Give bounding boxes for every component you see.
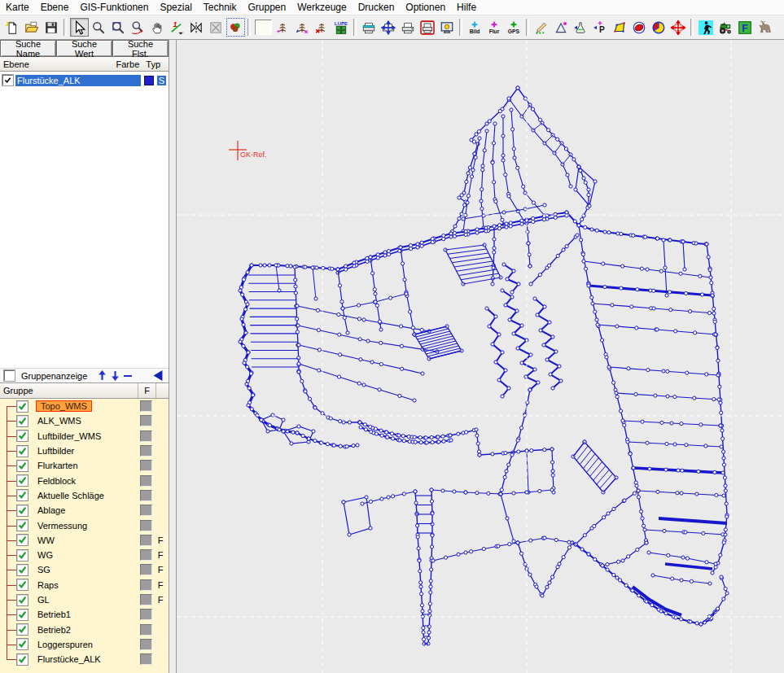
panel-splitter[interactable] — [169, 40, 177, 673]
group-checkbox[interactable] — [16, 460, 28, 472]
group-row-topo-wms[interactable]: Topo_WMS — [0, 399, 169, 413]
group-color-swatch[interactable] — [140, 415, 152, 426]
blank-swatch-button[interactable] — [254, 18, 273, 37]
layer-list[interactable]: Flurstücke_ALK S — [0, 72, 169, 368]
group-label[interactable]: Feldblock — [36, 476, 77, 486]
group-checkbox[interactable] — [16, 653, 28, 666]
group-label[interactable]: Topo_WMS — [36, 400, 92, 412]
menu-spezial[interactable]: Spezial — [154, 1, 197, 14]
group-label[interactable]: Luftbilder_WMS — [36, 431, 103, 441]
measure-button[interactable]: 1 — [168, 18, 186, 37]
group-label[interactable]: Betrieb2 — [36, 625, 72, 635]
gruppenanzeige-checkbox[interactable] — [4, 370, 15, 381]
print-move-button[interactable] — [379, 18, 398, 37]
print-roller-button[interactable] — [360, 18, 379, 37]
group-color-swatch[interactable] — [140, 490, 152, 501]
open-folder-button[interactable] — [23, 18, 42, 37]
flur-add-button[interactable]: Flur — [485, 18, 504, 37]
group-row-gl[interactable]: GLF — [0, 592, 169, 607]
group-checkbox[interactable] — [16, 564, 28, 576]
group-label[interactable]: Vermessung — [36, 521, 89, 531]
print-frame-button[interactable] — [418, 18, 437, 37]
save-button[interactable] — [42, 18, 61, 37]
menu-optionen[interactable]: Optionen — [400, 1, 451, 14]
pan-hand-button[interactable] — [148, 18, 167, 37]
circle-pie-button[interactable] — [650, 18, 668, 37]
flask-button[interactable] — [572, 18, 590, 37]
group-label[interactable]: Aktuelle Schläge — [36, 491, 106, 500]
menu-technik[interactable]: Technik — [198, 1, 243, 14]
group-row-luftbilder-wms[interactable]: Luftbilder_WMS — [0, 429, 169, 444]
group-color-swatch[interactable] — [140, 475, 152, 487]
tab-suche-name[interactable]: Suche Name — [0, 40, 56, 57]
group-color-swatch[interactable] — [140, 520, 152, 531]
group-color-swatch[interactable] — [140, 639, 152, 650]
pylon-add-button[interactable] — [274, 18, 292, 37]
mirror-button[interactable] — [187, 18, 206, 37]
group-checkbox[interactable] — [16, 474, 28, 487]
group-label[interactable]: Ablage — [36, 505, 67, 515]
group-label[interactable]: Raps — [36, 580, 60, 590]
gps-add-button[interactable]: GPS — [505, 18, 523, 37]
group-row-vermessung[interactable]: Vermessung — [0, 518, 169, 532]
polygon-point-button[interactable] — [552, 18, 571, 37]
collapse-panel-button[interactable] — [151, 369, 164, 382]
layer-checkbox[interactable] — [2, 75, 13, 85]
group-color-swatch[interactable] — [140, 535, 152, 546]
tab-suche-wert[interactable]: Suche Wert — [56, 40, 112, 57]
group-color-swatch[interactable] — [140, 594, 152, 605]
menu-gruppen[interactable]: Gruppen — [242, 1, 291, 14]
group-color-swatch[interactable] — [140, 445, 152, 457]
group-checkbox[interactable] — [16, 594, 28, 606]
grid-red-button[interactable] — [669, 18, 688, 37]
group-label[interactable]: WG — [36, 550, 55, 560]
tractor-button[interactable] — [716, 18, 735, 37]
group-checkbox[interactable] — [16, 489, 28, 501]
group-color-swatch[interactable] — [140, 609, 152, 620]
group-label[interactable]: Luftbilder — [36, 446, 76, 456]
lupe-button[interactable]: LUPE — [332, 18, 351, 37]
group-color-swatch[interactable] — [140, 579, 152, 591]
group-row-alk-wms[interactable]: ALK_WMS — [0, 413, 169, 428]
group-row-luftbilder[interactable]: Luftbilder — [0, 444, 169, 458]
group-row-wg[interactable]: WGF — [0, 548, 169, 562]
menu-drucken[interactable]: Drucken — [353, 1, 401, 14]
group-checkbox[interactable] — [16, 430, 28, 442]
group-label[interactable]: Loggerspuren — [36, 640, 94, 649]
group-color-swatch[interactable] — [140, 549, 152, 561]
group-row-sg[interactable]: SGF — [0, 562, 169, 577]
bild-add-button[interactable]: Bild — [466, 18, 484, 37]
group-row-raps[interactable]: RapsF — [0, 578, 169, 592]
group-checkbox[interactable] — [16, 519, 28, 531]
group-label[interactable]: SG — [36, 565, 52, 575]
select-arrow-button[interactable] — [70, 18, 89, 37]
group-color-swatch[interactable] — [140, 624, 152, 636]
remove-button[interactable] — [121, 369, 134, 382]
pylon-edit-button[interactable] — [293, 18, 312, 37]
walker-button[interactable] — [697, 18, 716, 37]
group-label[interactable]: Betrieb1 — [36, 610, 72, 619]
group-checkbox[interactable] — [16, 623, 28, 636]
group-list[interactable]: Topo_WMSALK_WMSLuftbilder_WMSLuftbilderF… — [0, 399, 169, 673]
group-row-betrieb1[interactable]: Betrieb1 — [0, 607, 169, 622]
menu-hilfe[interactable]: Hilfe — [451, 1, 482, 14]
move-up-button[interactable] — [95, 369, 108, 382]
print-button[interactable] — [399, 18, 418, 37]
group-checkbox[interactable] — [16, 400, 28, 413]
group-checkbox[interactable] — [16, 579, 28, 591]
zoom-button[interactable] — [90, 18, 108, 37]
layer-color-swatch[interactable] — [144, 76, 154, 85]
group-checkbox[interactable] — [16, 609, 28, 621]
menu-ebene[interactable]: Ebene — [35, 1, 75, 14]
group-checkbox[interactable] — [16, 638, 28, 650]
f-square-button[interactable]: F — [736, 18, 755, 37]
group-checkbox[interactable] — [16, 445, 28, 457]
new-document-button[interactable] — [3, 18, 22, 37]
disabled-box-button[interactable] — [207, 18, 226, 37]
menu-werkzeuge[interactable]: Werkzeuge — [291, 1, 352, 14]
zoom-previous-button[interactable] — [129, 18, 147, 37]
layer-row[interactable]: Flurstücke_ALK S — [0, 73, 169, 87]
group-checkbox[interactable] — [16, 505, 28, 517]
point-add-button[interactable]: P — [591, 18, 610, 37]
group-row-loggerspuren[interactable]: Loggerspuren — [0, 637, 169, 652]
